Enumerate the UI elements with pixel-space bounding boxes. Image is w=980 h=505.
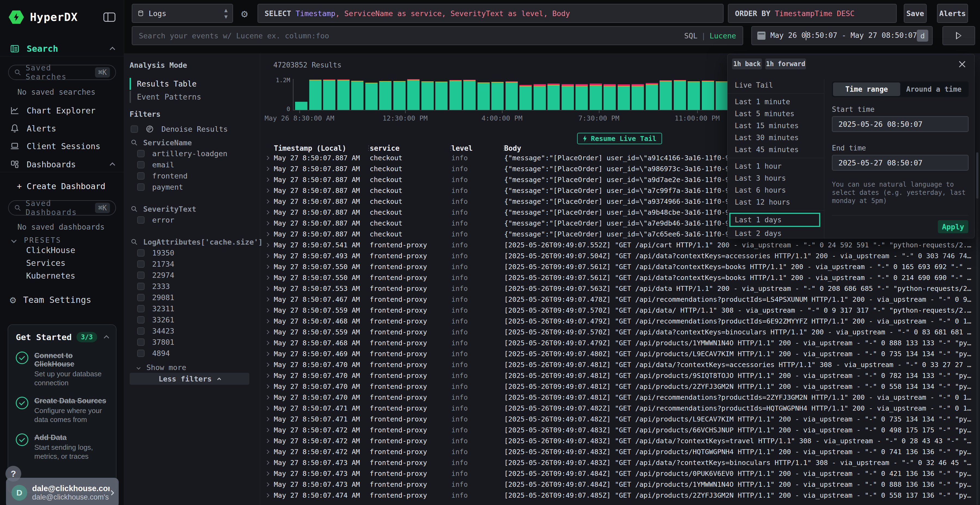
expand-row-chevron-icon[interactable] [266, 200, 274, 203]
mode-results-table[interactable]: Results Table [130, 77, 249, 91]
histogram-bar[interactable] [506, 81, 518, 110]
column-resize-handle[interactable]: ⋮ [365, 144, 372, 152]
table-row[interactable]: May 27 8:50:07.470 AMfrontend-proxyinfo[… [261, 381, 975, 392]
saved-searches-input[interactable]: Saved Searches ⌘K [8, 65, 116, 80]
filter-checkbox[interactable] [137, 216, 145, 224]
table-row[interactable]: May 27 8:50:07.550 AMfrontend-proxyinfo[… [261, 261, 975, 272]
time-preset-option[interactable]: Last 15 minutes [728, 120, 824, 132]
expand-row-chevron-icon[interactable] [266, 374, 274, 377]
sidebar-item-dashboards[interactable]: Dashboards [0, 158, 124, 171]
alerts-button[interactable]: Alerts [937, 4, 968, 23]
sidebar-item-search[interactable]: Search [0, 42, 124, 55]
sidebar-item-alerts[interactable]: Alerts [0, 122, 124, 135]
table-row[interactable]: May 27 8:50:07.550 AMfrontend-proxyinfo[… [261, 272, 975, 283]
denoise-checkbox[interactable] [130, 125, 138, 133]
preset-services[interactable]: Services [26, 258, 65, 268]
filter-option[interactable]: 4894 [130, 348, 254, 359]
preset-clickhouse[interactable]: ClickHouse [26, 245, 75, 255]
sql-select-input[interactable]: SELECT Timestamp, ServiceName as service… [258, 4, 724, 23]
expand-row-chevron-icon[interactable] [266, 276, 274, 279]
filter-checkbox[interactable] [137, 161, 145, 168]
expand-row-chevron-icon[interactable] [266, 320, 274, 323]
time-preset-option[interactable]: Last 1 hour [728, 160, 824, 172]
expand-row-chevron-icon[interactable] [266, 418, 274, 421]
histogram-bar[interactable] [702, 81, 714, 110]
histogram-bar[interactable] [576, 84, 588, 110]
histogram-bar[interactable] [618, 84, 630, 110]
histogram-bar[interactable] [477, 83, 490, 110]
histogram-bar[interactable] [463, 80, 476, 110]
expand-row-chevron-icon[interactable] [266, 450, 274, 453]
preset-kubernetes[interactable]: Kubernetes [26, 271, 75, 281]
shift-1h-forward-button[interactable]: 1h forward [765, 59, 806, 69]
table-row[interactable]: May 27 8:50:07.467 AMfrontend-proxyinfo[… [261, 294, 975, 305]
table-row[interactable]: May 27 8:50:07.472 AMfrontend-proxyinfo[… [261, 446, 975, 457]
user-menu[interactable]: D dale@clickhouse.com dale@clickhouse.co… [6, 478, 119, 505]
table-row[interactable]: May 27 8:50:07.468 AMfrontend-proxyinfo[… [261, 316, 975, 327]
expand-row-chevron-icon[interactable] [266, 494, 274, 497]
create-dashboard-button[interactable]: + Create Dashboard [0, 179, 124, 193]
histogram-bar[interactable] [337, 79, 350, 110]
histogram-bar[interactable] [422, 81, 434, 110]
filter-checkbox[interactable] [137, 283, 145, 290]
time-preset-option[interactable]: Last 6 hours [728, 184, 824, 196]
language-lucene-option[interactable]: Lucene [710, 32, 736, 40]
language-sql-option[interactable]: SQL [684, 32, 697, 40]
expand-row-chevron-icon[interactable] [266, 396, 274, 399]
histogram-bar[interactable] [590, 84, 602, 110]
expand-row-chevron-icon[interactable] [266, 156, 274, 159]
histogram-bar[interactable] [435, 82, 447, 110]
expand-row-chevron-icon[interactable] [266, 189, 274, 192]
sidebar-item-chart-explorer[interactable]: Chart Explorer [0, 104, 124, 117]
table-row[interactable]: May 27 8:50:07.473 AMfrontend-proxyinfo[… [261, 468, 975, 479]
expand-row-chevron-icon[interactable] [266, 330, 274, 333]
filter-option[interactable]: 29081 [130, 292, 254, 303]
histogram-bar[interactable] [492, 82, 504, 110]
time-preset-option[interactable]: Last 45 minutes [728, 144, 824, 156]
filter-option[interactable]: 33261 [130, 314, 254, 326]
time-preset-option[interactable]: Live Tail [728, 79, 824, 91]
filter-checkbox[interactable] [137, 338, 145, 346]
chevron-up-icon[interactable] [110, 47, 115, 52]
tab-time-range[interactable]: Time range [833, 83, 900, 96]
filter-option[interactable]: 19350 [130, 247, 254, 259]
filter-checkbox[interactable] [137, 150, 145, 157]
column-resize-handle[interactable]: ⋮ [447, 144, 454, 152]
close-icon[interactable] [958, 60, 967, 69]
table-row[interactable]: May 27 8:50:07.553 AMfrontend-proxyinfo[… [261, 283, 975, 294]
table-row[interactable]: May 27 8:50:07.559 AMfrontend-proxyinfo[… [261, 327, 975, 337]
time-preset-option[interactable]: Last 30 minutes [728, 132, 824, 144]
table-row[interactable]: May 27 8:50:07.473 AMfrontend-proxyinfo[… [261, 457, 975, 468]
histogram-bar[interactable] [562, 84, 574, 110]
expand-row-chevron-icon[interactable] [266, 407, 274, 410]
histogram-bar[interactable] [519, 85, 531, 110]
filter-option[interactable]: 32311 [130, 303, 254, 314]
sidebar-collapse-icon[interactable] [103, 13, 115, 22]
expand-row-chevron-icon[interactable] [266, 167, 274, 170]
table-scrollbar[interactable] [976, 152, 978, 505]
sidebar-item-team-settings[interactable]: ⚙ Team Settings [0, 293, 124, 306]
table-row[interactable]: May 27 8:50:07.471 AMfrontend-proxyinfo[… [261, 414, 975, 424]
get-started-item[interactable]: Connect to ClickHouse Set up your databa… [16, 351, 108, 387]
table-row[interactable]: May 27 8:50:07.470 AMfrontend-proxyinfo[… [261, 370, 975, 381]
filter-checkbox[interactable] [137, 327, 145, 335]
expand-row-chevron-icon[interactable] [266, 341, 274, 345]
expand-row-chevron-icon[interactable] [266, 287, 274, 290]
histogram-bar[interactable] [393, 81, 406, 110]
histogram-bar[interactable] [660, 80, 672, 110]
column-header-level[interactable]: level [451, 144, 504, 152]
run-query-button[interactable] [942, 26, 975, 45]
table-row[interactable]: May 27 8:50:07.472 AMfrontend-proxyinfo[… [261, 435, 975, 446]
table-row[interactable]: May 27 8:50:07.493 AMfrontend-proxyinfo[… [261, 250, 975, 261]
histogram-bar[interactable] [632, 84, 644, 110]
time-preset-option[interactable]: Last 5 minutes [728, 108, 824, 120]
denoise-results-row[interactable]: Denoise Results [130, 124, 228, 134]
filter-checkbox[interactable] [137, 272, 145, 279]
filter-option[interactable]: artillery-loadgen [130, 148, 254, 159]
histogram-bar[interactable] [407, 79, 420, 110]
filter-checkbox[interactable] [137, 260, 145, 268]
expand-row-chevron-icon[interactable] [266, 222, 274, 225]
filter-checkbox[interactable] [137, 305, 145, 312]
shift-1h-back-button[interactable]: 1h back [732, 59, 762, 69]
filter-option[interactable]: email [130, 159, 254, 170]
